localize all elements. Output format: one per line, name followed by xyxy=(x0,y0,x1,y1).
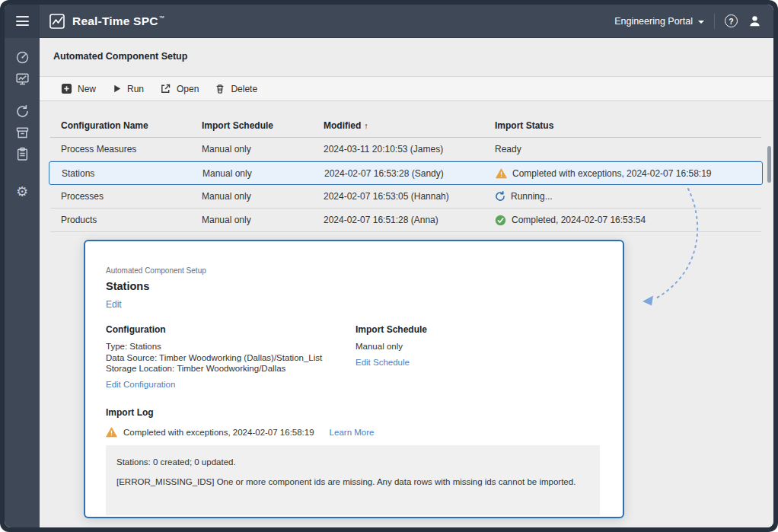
import-schedule-section: Import Schedule Manual only Edit Schedul… xyxy=(356,324,600,390)
user-icon xyxy=(748,14,762,28)
hamburger-menu-button[interactable] xyxy=(5,5,40,38)
new-button[interactable]: New xyxy=(61,83,96,94)
import-log-status-line: Completed with exceptions, 2024-02-07 16… xyxy=(106,427,600,438)
sidebar-item-reports[interactable] xyxy=(11,143,33,164)
table-row[interactable]: Products Manual only 2024-02-07 16:51:28… xyxy=(50,209,761,232)
sidebar-item-dashboard[interactable] xyxy=(11,46,33,68)
log-line: Stations: 0 created; 0 updated. xyxy=(116,457,589,467)
sort-ascending-icon: ↑ xyxy=(364,121,368,130)
status-text: Ready xyxy=(495,144,521,155)
running-icon xyxy=(495,191,505,202)
warning-icon xyxy=(106,427,117,438)
gauge-icon xyxy=(15,50,30,65)
edit-schedule-link[interactable]: Edit Schedule xyxy=(356,358,410,367)
col-header-import-status[interactable]: Import Status xyxy=(495,120,761,131)
status-text: Completed, 2024-02-07 16:53:54 xyxy=(512,215,646,225)
sidebar-item-charts[interactable] xyxy=(11,68,33,89)
gear-icon: ⚙ xyxy=(16,185,28,199)
sidebar-item-sync[interactable] xyxy=(11,100,33,122)
configuration-data-source: Data Source: Timber Woodworking (Dallas)… xyxy=(106,352,356,364)
top-bar: Real-Time SPC™ Engineering Portal ? xyxy=(5,5,773,38)
configuration-heading: Configuration xyxy=(106,324,356,335)
plus-icon xyxy=(61,83,72,94)
app-logo-icon xyxy=(49,13,65,30)
sync-icon xyxy=(15,104,30,119)
archive-box-icon xyxy=(15,126,30,140)
col-header-import-schedule[interactable]: Import Schedule xyxy=(202,120,324,131)
detail-context-label: Automated Component Setup xyxy=(106,266,600,275)
configuration-storage-location: Storage Location: Timber Woodworking/Dal… xyxy=(106,363,356,374)
success-icon xyxy=(495,215,506,226)
import-schedule-heading: Import Schedule xyxy=(356,324,600,335)
help-button[interactable]: ? xyxy=(725,14,738,27)
delete-button[interactable]: Delete xyxy=(215,83,257,94)
status-text: Running... xyxy=(511,191,553,202)
warning-icon xyxy=(496,168,507,179)
user-account-button[interactable] xyxy=(748,14,762,28)
topbar-divider xyxy=(714,14,715,29)
edit-link[interactable]: Edit xyxy=(106,299,122,310)
detail-panel: Automated Component Setup Stations Edit … xyxy=(84,240,624,518)
import-log-status-text: Completed with exceptions, 2024-02-07 16… xyxy=(123,428,314,437)
trash-icon xyxy=(215,83,225,94)
import-log-heading: Import Log xyxy=(106,407,600,418)
chevron-down-icon xyxy=(698,21,704,24)
config-table: Configuration Name Import Schedule Modif… xyxy=(50,114,761,232)
topbar-actions: Engineering Portal ? xyxy=(614,14,773,29)
import-schedule-value: Manual only xyxy=(356,341,600,352)
configuration-section: Configuration Type: Stations Data Source… xyxy=(106,324,356,390)
app-window: Real-Time SPC™ Engineering Portal ? xyxy=(5,5,773,527)
portal-dropdown[interactable]: Engineering Portal xyxy=(614,16,704,27)
question-mark-icon: ? xyxy=(729,17,733,26)
learn-more-link[interactable]: Learn More xyxy=(330,428,375,437)
toolbar: New Run Open xyxy=(40,76,773,101)
sidebar-item-storage[interactable] xyxy=(11,122,33,143)
col-header-modified[interactable]: Modified ↑ xyxy=(324,120,495,131)
sidebar-item-settings[interactable]: ⚙ xyxy=(11,181,33,202)
play-icon xyxy=(112,84,122,94)
clipboard-icon xyxy=(15,147,30,161)
import-log-box: Stations: 0 created; 0 updated. [ERROR_M… xyxy=(106,445,600,515)
sidebar-nav: ⚙ xyxy=(5,38,40,527)
log-line: [ERROR_MISSING_IDS] One or more componen… xyxy=(116,477,589,486)
run-button[interactable]: Run xyxy=(112,84,144,94)
screenshot-frame: Real-Time SPC™ Engineering Portal ? xyxy=(0,0,778,532)
page-title: Automated Component Setup xyxy=(53,51,187,62)
open-external-icon xyxy=(160,83,171,94)
table-row[interactable]: Process Measures Manual only 2024-03-11 … xyxy=(50,138,761,161)
status-text: Completed with exceptions, 2024-02-07 16… xyxy=(512,168,712,179)
chart-monitor-icon xyxy=(15,72,30,86)
edit-configuration-link[interactable]: Edit Configuration xyxy=(106,380,175,389)
detail-columns: Configuration Type: Stations Data Source… xyxy=(106,324,600,390)
configuration-type: Type: Stations xyxy=(106,341,356,352)
table-row-selected[interactable]: Stations Manual only 2024-02-07 16:53:28… xyxy=(49,161,763,185)
table-header-row: Configuration Name Import Schedule Modif… xyxy=(50,114,761,138)
open-button[interactable]: Open xyxy=(160,83,199,94)
portal-label: Engineering Portal xyxy=(614,16,693,27)
trademark: ™ xyxy=(159,14,165,21)
app-title: Real-Time SPC™ xyxy=(72,14,164,28)
col-header-configuration-name[interactable]: Configuration Name xyxy=(61,120,202,131)
table-row[interactable]: Processes Manual only 2024-02-07 16:53:0… xyxy=(50,185,761,209)
detail-title: Stations xyxy=(106,280,600,292)
scrollbar-thumb[interactable] xyxy=(767,146,771,183)
